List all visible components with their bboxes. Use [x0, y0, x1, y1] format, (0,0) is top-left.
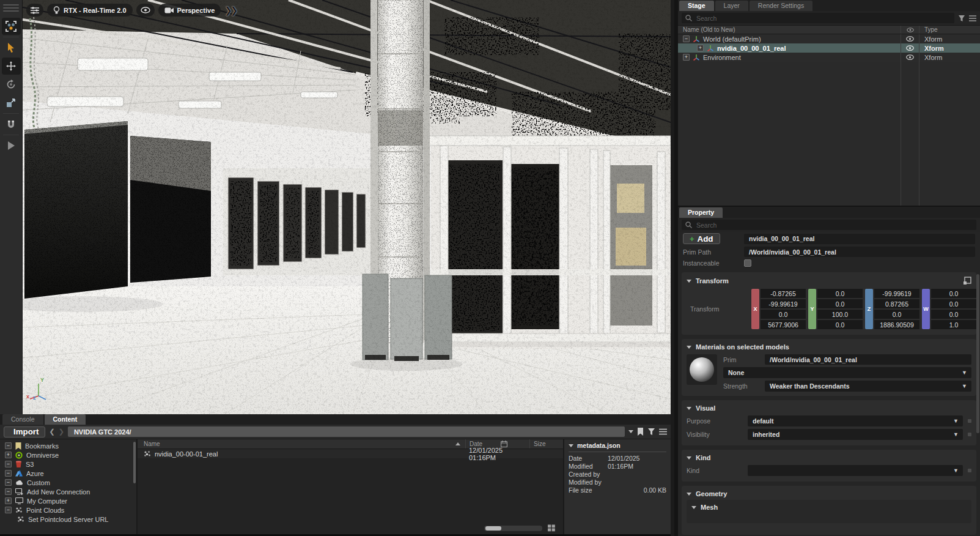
tab-property[interactable]: Property: [679, 207, 723, 218]
matrix-value[interactable]: -99.99619: [874, 289, 919, 298]
file-column-name[interactable]: Name: [144, 441, 160, 447]
visibility-eye-icon[interactable]: [906, 36, 914, 42]
matrix-value[interactable]: 0.0: [931, 289, 976, 298]
tree-item-point-clouds[interactable]: − Point Clouds: [0, 505, 136, 515]
matrix-value[interactable]: 0.0: [874, 310, 919, 319]
add-property-button[interactable]: + Add: [683, 233, 720, 244]
property-search-input[interactable]: [695, 221, 973, 229]
expand-toggle[interactable]: −: [5, 461, 12, 467]
tab-render-settings[interactable]: Render Settings: [750, 1, 812, 11]
tab-console[interactable]: Console: [2, 414, 43, 425]
expand-toggle[interactable]: +: [5, 497, 12, 504]
play-button[interactable]: [2, 137, 21, 154]
view-options-icon[interactable]: [659, 428, 667, 435]
matrix-value[interactable]: 100.0: [817, 310, 863, 319]
file-row[interactable]: nvidia_00-00-01_real 12/01/2025 01:16PM: [138, 449, 563, 458]
renderer-selector[interactable]: RTX - Real-Time 2.0: [47, 4, 133, 17]
rotate-tool-button[interactable]: [2, 76, 21, 93]
visibility-eye-icon[interactable]: [906, 45, 914, 51]
column-visibility[interactable]: [901, 26, 919, 34]
capture-tool-button[interactable]: [2, 18, 21, 35]
grid-view-icon[interactable]: [547, 524, 556, 532]
column-name[interactable]: Name (Old to New): [678, 26, 901, 33]
import-button[interactable]: Import: [4, 426, 45, 437]
caret-down-icon[interactable]: [687, 456, 691, 460]
tree-item-s3[interactable]: − S3: [0, 460, 136, 469]
expand-toggle[interactable]: −: [5, 470, 12, 477]
toolbar-expand-icon[interactable]: ❯❯: [224, 5, 236, 16]
select-tool-button[interactable]: [2, 39, 21, 56]
expand-toggle[interactable]: −: [5, 488, 12, 495]
prim-path-field[interactable]: /World/nvidia_00_00_01_real: [744, 247, 975, 257]
bookmark-icon[interactable]: [637, 428, 644, 436]
tree-item-custom[interactable]: − Custom: [0, 478, 136, 487]
matrix-value[interactable]: -0.87265: [761, 289, 806, 298]
visibility-menu-button[interactable]: [136, 4, 155, 17]
matrix-value[interactable]: -99.99619: [761, 299, 806, 308]
visibility-eye-icon[interactable]: [906, 54, 914, 60]
stage-row-environment[interactable]: + Environment Xform: [678, 53, 980, 62]
reset-indicator[interactable]: [968, 433, 971, 436]
material-preview-sphere[interactable]: [687, 354, 717, 385]
viewport-settings-button[interactable]: [26, 4, 43, 17]
material-prim-field[interactable]: /World/nvidia_00_00_01_real: [765, 354, 971, 365]
reset-indicator[interactable]: [968, 419, 971, 423]
viewport[interactable]: RTX - Real-Time 2.0 Perspective ❯❯: [23, 0, 671, 414]
visibility-dropdown[interactable]: inherited ▼: [748, 429, 963, 440]
purpose-dropdown[interactable]: default ▼: [748, 415, 963, 426]
tab-content[interactable]: Content: [45, 414, 86, 425]
expand-toggle[interactable]: +: [697, 45, 704, 51]
path-dropdown-icon[interactable]: [628, 430, 633, 433]
tree-item-my-computer[interactable]: + My Computer: [0, 496, 136, 505]
matrix-value[interactable]: 0.0: [817, 320, 863, 329]
property-search-box[interactable]: [682, 220, 976, 230]
tree-item-azure[interactable]: − Azure: [0, 469, 136, 478]
material-dropdown[interactable]: None ▼: [723, 367, 971, 378]
instanceable-checkbox[interactable]: [744, 259, 751, 267]
scale-tool-button[interactable]: [2, 94, 21, 111]
matrix-value[interactable]: 0.0: [931, 299, 976, 308]
tree-item-add-new-connection[interactable]: − Add New Connection: [0, 487, 136, 496]
expand-toggle[interactable]: −: [5, 442, 12, 449]
keyframe-icon[interactable]: [963, 277, 971, 285]
move-tool-button[interactable]: [2, 58, 21, 75]
strength-dropdown[interactable]: Weaker than Descendants ▼: [765, 381, 971, 392]
column-type[interactable]: Type: [919, 26, 980, 34]
forward-button[interactable]: ❯: [59, 428, 64, 436]
matrix-value[interactable]: 0.0: [817, 299, 863, 308]
matrix-value[interactable]: 0.0: [817, 289, 863, 298]
sort-ascending-icon[interactable]: [455, 442, 460, 445]
thumbnail-size-slider[interactable]: [484, 526, 542, 531]
back-button[interactable]: ❮: [49, 428, 54, 436]
matrix-value[interactable]: 0.0: [931, 310, 976, 319]
property-scrollbar[interactable]: [976, 274, 979, 433]
stage-row-nvidia[interactable]: + nvidia_00_00_01_real Xform: [678, 43, 980, 53]
tree-item-bookmarks[interactable]: − Bookmarks: [0, 441, 136, 450]
file-column-size[interactable]: Size: [529, 439, 563, 449]
stage-search-input[interactable]: [695, 14, 951, 23]
path-breadcrumb[interactable]: NVIDIA GTC 2024/: [68, 426, 625, 437]
camera-selector[interactable]: Perspective: [158, 4, 221, 17]
expand-toggle[interactable]: −: [5, 479, 12, 486]
options-menu-icon[interactable]: [969, 15, 976, 21]
caret-down-icon[interactable]: [687, 407, 691, 410]
caret-down-icon[interactable]: [687, 280, 691, 283]
snap-tool-button[interactable]: [2, 116, 21, 133]
stage-search-box[interactable]: [682, 13, 954, 23]
matrix-value[interactable]: 1.0: [931, 320, 976, 329]
caret-down-icon[interactable]: [687, 346, 691, 349]
toolbar-grip[interactable]: [3, 0, 19, 17]
tree-scrollbar[interactable]: [133, 442, 136, 483]
matrix-value[interactable]: 0.0: [761, 310, 806, 319]
tab-stage[interactable]: Stage: [679, 1, 714, 11]
expand-toggle[interactable]: +: [683, 54, 690, 61]
reset-indicator[interactable]: [968, 469, 971, 472]
caret-down-icon[interactable]: [569, 444, 573, 447]
matrix-value[interactable]: 5677.9006: [761, 320, 806, 329]
matrix-value[interactable]: 1886.90509: [874, 320, 919, 329]
caret-down-icon[interactable]: [687, 493, 691, 496]
filter-icon[interactable]: [647, 428, 655, 436]
expand-toggle[interactable]: +: [5, 452, 12, 458]
tree-item-omniverse[interactable]: + Omniverse: [0, 450, 136, 460]
matrix-value[interactable]: 0.87265: [874, 299, 919, 308]
